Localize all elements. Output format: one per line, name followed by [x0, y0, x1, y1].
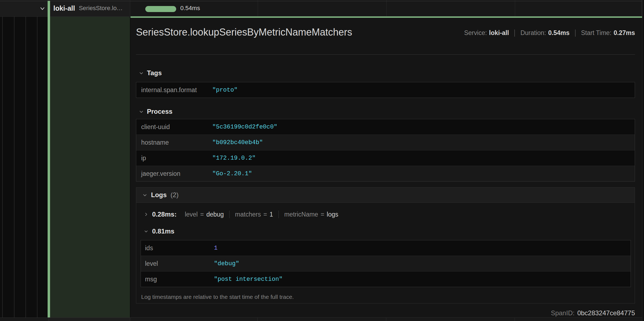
- row-grid-line: [257, 318, 258, 321]
- equals-sign: =: [200, 211, 204, 218]
- start-time-label: Start Time:: [581, 29, 611, 37]
- title-divider: [136, 54, 635, 55]
- row-grid-line: [515, 318, 515, 321]
- tags-heading: Tags: [147, 69, 162, 77]
- process-value: "b092bc40eb4b": [212, 139, 263, 146]
- table-row: ip "172.19.0.2": [136, 150, 635, 166]
- chevron-down-icon: [143, 193, 147, 197]
- logs-heading: Logs: [151, 191, 167, 199]
- span-id: SpanID:0bc283247ce84775: [551, 309, 635, 317]
- meta-separator: [514, 30, 515, 37]
- log-entry-expanded-header[interactable]: 0.81ms: [144, 227, 179, 235]
- table-row: client-uuid "5c36199c0d2fe0c0": [136, 119, 635, 135]
- span-row[interactable]: loki-all SeriesStore.lo… 0.54ms: [0, 0, 642, 16]
- row-boundary-line: [0, 1, 642, 1]
- span-duration-bar[interactable]: [145, 6, 176, 12]
- span-color-bar: [48, 1, 50, 317]
- timeline-grid-line: [515, 0, 515, 16]
- field-separator: [229, 211, 230, 218]
- log-key: msg: [141, 276, 214, 283]
- indent-guide-line: [25, 0, 26, 321]
- log-value-number: 1: [214, 245, 217, 252]
- span-timeline-cell[interactable]: 0.54ms: [130, 0, 642, 16]
- log-value: "post intersection": [214, 276, 283, 283]
- service-label: Service:: [464, 29, 487, 37]
- log-field-key: matchers: [235, 211, 261, 218]
- logs-count: (2): [170, 191, 178, 199]
- span-id-label: SpanID:: [551, 309, 575, 317]
- log-field-value: 1: [269, 211, 273, 218]
- process-heading: Process: [147, 108, 172, 115]
- chevron-down-icon: [139, 109, 144, 114]
- chevron-down-icon[interactable]: [39, 5, 46, 12]
- log-key: level: [141, 260, 214, 267]
- next-row-name-cell: [48, 318, 130, 321]
- log-key: ids: [141, 244, 214, 252]
- log-detail-table: ids 1 level "debug" msg "post intersecti…: [141, 240, 631, 287]
- tags-table: internal.span.format "proto": [136, 82, 635, 98]
- indent-guide-line: [2, 0, 3, 321]
- log-field-key: level: [185, 211, 198, 218]
- indent-guide-line: [14, 0, 14, 321]
- table-row: jaeger.version "Go-2.20.1": [136, 166, 635, 181]
- chevron-right-icon: [144, 212, 148, 217]
- logs-section-header[interactable]: Logs (2): [136, 188, 635, 203]
- log-entry-collapsed[interactable]: 0.28ms: level = debug matchers = 1 metri…: [144, 211, 338, 218]
- duration-value: 0.54ms: [548, 29, 570, 37]
- span-id-value: 0bc283247ce84775: [577, 309, 635, 317]
- chevron-down-icon: [144, 229, 148, 234]
- process-section-header[interactable]: Process: [139, 108, 172, 115]
- row-grid-line: [48, 318, 48, 321]
- meta-separator: [575, 30, 576, 37]
- log-value: "debug": [214, 260, 239, 267]
- equals-sign: =: [321, 211, 324, 218]
- timeline-grid-line: [386, 0, 387, 16]
- jaeger-trace-timeline-view: loki-all SeriesStore.lo… 0.54ms SeriesSt…: [0, 0, 644, 321]
- indent-guide-line: [37, 0, 37, 321]
- process-key: client-uuid: [136, 123, 212, 131]
- table-row: msg "post intersection": [141, 271, 631, 287]
- process-key: ip: [136, 154, 212, 162]
- log-timestamp: 0.81ms: [152, 227, 174, 235]
- process-value: "5c36199c0d2fe0c0": [212, 124, 277, 130]
- log-field-value: debug: [206, 211, 224, 218]
- table-row: internal.span.format "proto": [136, 82, 635, 98]
- process-value: "Go-2.20.1": [212, 170, 252, 177]
- span-detail-meta: Service: loki-all Duration: 0.54ms Start…: [464, 29, 635, 37]
- chevron-down-icon: [139, 71, 144, 75]
- process-key: hostname: [136, 139, 212, 146]
- logs-note: Log timestamps are relative to the start…: [141, 294, 294, 300]
- log-timestamp: 0.28ms:: [152, 211, 176, 218]
- process-value: "172.19.0.2": [212, 155, 256, 162]
- log-field-value: logs: [327, 211, 338, 218]
- scrollbar-track[interactable]: [642, 0, 644, 321]
- span-name-cell[interactable]: loki-all SeriesStore.lo…: [0, 0, 130, 17]
- row-grid-line: [386, 318, 386, 321]
- tag-value: "proto": [212, 87, 237, 94]
- start-time-value: 0.27ms: [614, 29, 635, 37]
- logs-section: Logs (2) 0.28ms: level = debug matchers …: [136, 187, 635, 304]
- span-detail-card: SeriesStore.lookupSeriesByMetricNameMatc…: [130, 16, 642, 317]
- table-row: ids 1: [141, 240, 631, 256]
- process-table: client-uuid "5c36199c0d2fe0c0" hostname …: [136, 119, 635, 182]
- selected-span-highlight: [50, 16, 130, 317]
- tag-key: internal.span.format: [136, 86, 212, 94]
- table-row: level "debug": [141, 256, 631, 271]
- span-service-name: loki-all: [53, 4, 75, 12]
- table-row: hostname "b092bc40eb4b": [136, 135, 635, 150]
- process-key: jaeger.version: [136, 170, 212, 177]
- span-detail-title: SeriesStore.lookupSeriesByMetricNameMatc…: [136, 27, 352, 38]
- equals-sign: =: [263, 211, 267, 218]
- log-field-key: metricName: [284, 211, 318, 218]
- row-grid-line: [130, 318, 130, 321]
- log-fields-summary: level = debug matchers = 1 metricName = …: [185, 211, 338, 218]
- field-separator: [279, 211, 279, 218]
- timeline-grid-line: [258, 0, 258, 16]
- span-duration-label: 0.54ms: [180, 0, 200, 16]
- span-operation-name: SeriesStore.lo…: [79, 5, 123, 12]
- next-row-strip[interactable]: [0, 317, 642, 321]
- service-value: loki-all: [489, 29, 509, 37]
- duration-label: Duration:: [520, 29, 546, 37]
- tags-section-header[interactable]: Tags: [139, 69, 162, 77]
